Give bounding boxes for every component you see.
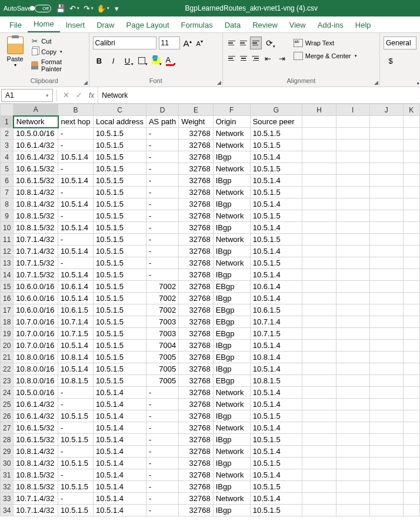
cell-J30[interactable] <box>369 458 403 469</box>
cell-K33[interactable] <box>403 493 419 505</box>
cell-G19[interactable]: 10.7.1.5 <box>250 328 302 340</box>
cell-J5[interactable] <box>369 163 403 175</box>
touch-mode-icon[interactable]: ✋▾ <box>98 4 108 13</box>
clipboard-launcher-icon[interactable]: ◢ <box>84 79 88 85</box>
align-top-button[interactable] <box>226 37 237 49</box>
row-header-33[interactable]: 33 <box>1 493 14 505</box>
cell-D30[interactable]: - <box>146 458 178 469</box>
row-header-3[interactable]: 3 <box>1 140 14 151</box>
row-header-4[interactable]: 4 <box>1 151 14 163</box>
cell-D27[interactable]: - <box>146 422 178 434</box>
cell-H2[interactable] <box>302 128 336 140</box>
cell-C32[interactable]: 10.5.1.4 <box>93 481 146 493</box>
cell-A33[interactable]: 10.7.1.4/32 <box>14 493 58 505</box>
cell-A16[interactable]: 10.6.0.0/16 <box>14 293 58 304</box>
cell-F17[interactable]: EBgp <box>213 304 250 316</box>
cell-D3[interactable]: - <box>146 140 178 151</box>
cell-C11[interactable]: 10.5.1.5 <box>93 234 146 246</box>
cell-F4[interactable]: IBgp <box>213 151 250 163</box>
cell-B18[interactable]: 10.7.1.4 <box>58 316 94 328</box>
cell-K23[interactable] <box>403 375 419 387</box>
cell-G25[interactable]: 10.5.1.4 <box>250 399 302 410</box>
tab-insert[interactable]: Insert <box>60 18 91 32</box>
cell-G20[interactable]: 10.5.1.4 <box>250 340 302 352</box>
cell-D21[interactable]: 7005 <box>146 352 178 363</box>
cell-A5[interactable]: 10.6.1.5/32 <box>14 163 58 175</box>
cell-F18[interactable]: EBgp <box>213 316 250 328</box>
cell-J19[interactable] <box>369 328 403 340</box>
row-header-34[interactable]: 34 <box>1 505 14 516</box>
cell-E7[interactable]: 32768 <box>179 187 214 198</box>
copy-button[interactable]: Copy▾ <box>29 47 85 57</box>
cell-B31[interactable]: - <box>58 469 94 481</box>
row-header-24[interactable]: 24 <box>1 387 14 399</box>
cell-H22[interactable] <box>302 363 336 375</box>
cell-E18[interactable]: 32768 <box>179 316 214 328</box>
cell-K24[interactable] <box>403 387 419 399</box>
cell-H15[interactable] <box>302 281 336 293</box>
cell-H1[interactable] <box>302 116 336 128</box>
col-header-H[interactable]: H <box>302 104 336 116</box>
cell-K29[interactable] <box>403 446 419 458</box>
cell-K34[interactable] <box>403 505 419 516</box>
cell-C10[interactable]: 10.5.1.5 <box>93 222 146 234</box>
tab-review[interactable]: Review <box>246 18 284 32</box>
cell-H30[interactable] <box>302 458 336 469</box>
cell-F23[interactable]: EBgp <box>213 375 250 387</box>
row-header-17[interactable]: 17 <box>1 304 14 316</box>
cell-I12[interactable] <box>336 246 369 257</box>
cell-K19[interactable] <box>403 328 419 340</box>
cell-I3[interactable] <box>336 140 369 151</box>
cell-C17[interactable]: 10.5.1.5 <box>93 304 146 316</box>
cell-C8[interactable]: 10.5.1.5 <box>93 198 146 210</box>
cell-K1[interactable] <box>403 116 419 128</box>
cell-K27[interactable] <box>403 422 419 434</box>
cell-I27[interactable] <box>336 422 369 434</box>
cell-H13[interactable] <box>302 257 336 269</box>
cell-D9[interactable]: - <box>146 210 178 222</box>
cell-D14[interactable]: - <box>146 269 178 281</box>
cell-C23[interactable]: 10.5.1.5 <box>93 375 146 387</box>
cell-I33[interactable] <box>336 493 369 505</box>
cell-E30[interactable]: 32768 <box>179 458 214 469</box>
cell-E25[interactable]: 32768 <box>179 399 214 410</box>
cell-H12[interactable] <box>302 246 336 257</box>
cell-G13[interactable]: 10.5.1.5 <box>250 257 302 269</box>
cell-H23[interactable] <box>302 375 336 387</box>
cell-I20[interactable] <box>336 340 369 352</box>
tab-data[interactable]: Data <box>219 18 246 32</box>
cell-J10[interactable] <box>369 222 403 234</box>
col-header-K[interactable]: K <box>403 104 419 116</box>
cell-I24[interactable] <box>336 387 369 399</box>
cell-F9[interactable]: Network <box>213 210 250 222</box>
cell-B15[interactable]: 10.6.1.4 <box>58 281 94 293</box>
cell-F12[interactable]: IBgp <box>213 246 250 257</box>
cell-H20[interactable] <box>302 340 336 352</box>
cell-K22[interactable] <box>403 363 419 375</box>
cell-G1[interactable]: Source peer <box>250 116 302 128</box>
cell-I21[interactable] <box>336 352 369 363</box>
cell-D13[interactable]: - <box>146 257 178 269</box>
cell-B9[interactable]: - <box>58 210 94 222</box>
cell-J3[interactable] <box>369 140 403 151</box>
cell-H17[interactable] <box>302 304 336 316</box>
cell-K31[interactable] <box>403 469 419 481</box>
cell-J8[interactable] <box>369 198 403 210</box>
cell-H29[interactable] <box>302 446 336 458</box>
cell-A2[interactable]: 10.5.0.0/16 <box>14 128 58 140</box>
cell-C31[interactable]: 10.5.1.4 <box>93 469 146 481</box>
row-header-1[interactable]: 1 <box>1 116 14 128</box>
cell-E11[interactable]: 32768 <box>179 234 214 246</box>
cell-D18[interactable]: 7003 <box>146 316 178 328</box>
cell-J27[interactable] <box>369 422 403 434</box>
cell-A25[interactable]: 10.6.1.4/32 <box>14 399 58 410</box>
cell-H32[interactable] <box>302 481 336 493</box>
cell-E29[interactable]: 32768 <box>179 446 214 458</box>
cell-F19[interactable]: EBgp <box>213 328 250 340</box>
cell-I26[interactable] <box>336 410 369 422</box>
cell-A32[interactable]: 10.8.1.5/32 <box>14 481 58 493</box>
cell-B26[interactable]: 10.5.1.5 <box>58 410 94 422</box>
row-header-22[interactable]: 22 <box>1 363 14 375</box>
cell-C7[interactable]: 10.5.1.5 <box>93 187 146 198</box>
cell-D4[interactable]: - <box>146 151 178 163</box>
